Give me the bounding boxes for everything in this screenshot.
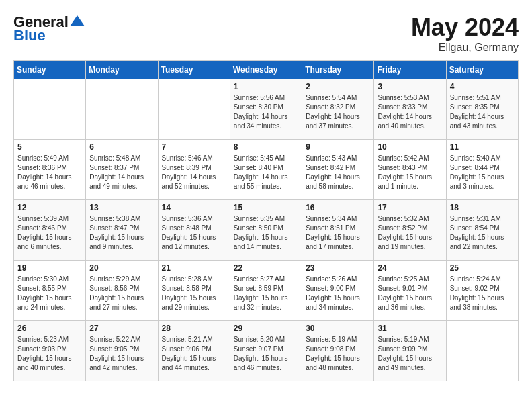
daylight-label: Daylight: 14 hours and 37 minutes. — [306, 113, 360, 130]
sunset-text: Sunset: 8:33 PM — [378, 103, 427, 111]
day-info: Sunrise: 5:23 AMSunset: 9:03 PMDaylight:… — [17, 335, 82, 373]
calendar-row: 12Sunrise: 5:39 AMSunset: 8:46 PMDayligh… — [14, 200, 519, 261]
calendar-cell: 19Sunrise: 5:30 AMSunset: 8:55 PMDayligh… — [14, 261, 86, 321]
day-info: Sunrise: 5:25 AMSunset: 9:01 PMDaylight:… — [378, 275, 442, 312]
day-info: Sunrise: 5:49 AMSunset: 8:36 PMDaylight:… — [17, 154, 82, 191]
day-number: 7 — [162, 142, 226, 152]
sunset-text: Sunset: 8:32 PM — [306, 103, 355, 111]
sunset-text: Sunset: 8:39 PM — [162, 164, 212, 171]
daylight-label: Daylight: 14 hours and 43 minutes. — [450, 113, 504, 130]
calendar-cell: 21Sunrise: 5:28 AMSunset: 8:58 PMDayligh… — [158, 261, 230, 321]
day-info: Sunrise: 5:40 AMSunset: 8:44 PMDaylight:… — [450, 154, 515, 191]
day-number: 30 — [306, 324, 370, 333]
sunset-text: Sunset: 8:51 PM — [306, 224, 355, 232]
day-number: 13 — [89, 203, 154, 212]
sunrise-text: Sunrise: 5:43 AM — [306, 154, 357, 162]
day-number: 3 — [378, 82, 442, 91]
day-info: Sunrise: 5:34 AMSunset: 8:51 PMDaylight:… — [306, 214, 370, 252]
sunset-text: Sunset: 8:43 PM — [378, 164, 427, 171]
day-info: Sunrise: 5:53 AMSunset: 8:33 PMDaylight:… — [378, 93, 442, 131]
day-info: Sunrise: 5:19 AMSunset: 9:09 PMDaylight:… — [378, 335, 442, 373]
calendar-cell: 23Sunrise: 5:26 AMSunset: 9:00 PMDayligh… — [302, 261, 374, 321]
day-info: Sunrise: 5:46 AMSunset: 8:39 PMDaylight:… — [162, 154, 226, 191]
daylight-label: Daylight: 14 hours and 40 minutes. — [378, 113, 432, 130]
calendar-cell — [446, 321, 518, 381]
sunset-text: Sunset: 9:09 PM — [378, 345, 427, 353]
sunset-text: Sunset: 8:48 PM — [162, 224, 212, 232]
calendar-cell: 24Sunrise: 5:25 AMSunset: 9:01 PMDayligh… — [374, 261, 446, 321]
calendar-cell: 7Sunrise: 5:46 AMSunset: 8:39 PMDaylight… — [158, 140, 230, 200]
daylight-label: Daylight: 14 hours and 34 minutes. — [234, 113, 288, 130]
calendar-cell: 14Sunrise: 5:36 AMSunset: 8:48 PMDayligh… — [158, 200, 230, 261]
calendar-cell: 8Sunrise: 5:45 AMSunset: 8:40 PMDaylight… — [230, 140, 302, 200]
sunrise-text: Sunrise: 5:22 AM — [89, 336, 140, 343]
day-number: 18 — [450, 203, 515, 212]
day-number: 8 — [234, 142, 298, 152]
sunset-text: Sunset: 8:54 PM — [450, 224, 500, 232]
sunrise-text: Sunrise: 5:28 AM — [162, 275, 213, 283]
day-info: Sunrise: 5:22 AMSunset: 9:05 PMDaylight:… — [89, 335, 154, 373]
day-number: 26 — [17, 324, 82, 333]
daylight-label: Daylight: 15 hours and 32 minutes. — [234, 294, 288, 311]
sunset-text: Sunset: 9:08 PM — [306, 345, 355, 353]
daylight-label: Daylight: 15 hours and 34 minutes. — [306, 294, 360, 311]
sunset-text: Sunset: 8:55 PM — [17, 285, 67, 292]
daylight-label: Daylight: 15 hours and 22 minutes. — [450, 234, 504, 250]
daylight-label: Daylight: 15 hours and 9 minutes. — [89, 234, 144, 250]
calendar-cell: 12Sunrise: 5:39 AMSunset: 8:46 PMDayligh… — [14, 200, 86, 261]
sunset-text: Sunset: 8:50 PM — [234, 224, 283, 232]
sunrise-text: Sunrise: 5:45 AM — [234, 154, 285, 162]
day-number: 21 — [162, 263, 226, 273]
day-info: Sunrise: 5:32 AMSunset: 8:52 PMDaylight:… — [378, 214, 442, 252]
sunrise-text: Sunrise: 5:39 AM — [17, 215, 69, 222]
day-number: 20 — [89, 263, 154, 273]
daylight-label: Daylight: 15 hours and 44 minutes. — [162, 355, 216, 371]
day-info: Sunrise: 5:51 AMSunset: 8:35 PMDaylight:… — [450, 93, 515, 131]
day-info: Sunrise: 5:54 AMSunset: 8:32 PMDaylight:… — [306, 93, 370, 131]
day-info: Sunrise: 5:36 AMSunset: 8:48 PMDaylight:… — [162, 214, 226, 252]
sunset-text: Sunset: 9:01 PM — [378, 285, 427, 292]
sunrise-text: Sunrise: 5:56 AM — [234, 94, 285, 101]
daylight-label: Daylight: 14 hours and 55 minutes. — [234, 173, 288, 190]
day-number: 6 — [89, 142, 154, 152]
day-number: 19 — [17, 263, 82, 273]
sunrise-text: Sunrise: 5:51 AM — [450, 94, 501, 101]
header-day: Monday — [86, 61, 158, 79]
day-info: Sunrise: 5:24 AMSunset: 9:02 PMDaylight:… — [450, 275, 515, 312]
day-number: 5 — [17, 142, 82, 152]
sunrise-text: Sunrise: 5:21 AM — [162, 336, 213, 343]
sunset-text: Sunset: 9:00 PM — [306, 285, 355, 292]
location: Ellgau, Germany — [411, 42, 519, 54]
header-day: Tuesday — [158, 61, 230, 79]
daylight-label: Daylight: 15 hours and 40 minutes. — [17, 355, 72, 371]
daylight-label: Daylight: 15 hours and 14 minutes. — [234, 234, 288, 250]
daylight-label: Daylight: 15 hours and 6 minutes. — [17, 234, 72, 250]
sunset-text: Sunset: 8:35 PM — [450, 103, 500, 111]
day-number: 24 — [378, 263, 442, 273]
header-day: Sunday — [14, 61, 86, 79]
sunset-text: Sunset: 8:58 PM — [162, 285, 212, 292]
day-number: 25 — [450, 263, 515, 273]
page-header: General Blue May 2024 Ellgau, Germany — [13, 13, 519, 54]
logo-icon — [70, 15, 85, 26]
calendar-cell: 15Sunrise: 5:35 AMSunset: 8:50 PMDayligh… — [230, 200, 302, 261]
calendar-cell: 26Sunrise: 5:23 AMSunset: 9:03 PMDayligh… — [14, 321, 86, 381]
logo: General Blue — [13, 13, 85, 44]
calendar-row: 19Sunrise: 5:30 AMSunset: 8:55 PMDayligh… — [14, 261, 519, 321]
day-info: Sunrise: 5:20 AMSunset: 9:07 PMDaylight:… — [234, 335, 298, 373]
sunrise-text: Sunrise: 5:24 AM — [450, 275, 501, 283]
calendar-cell: 1Sunrise: 5:56 AMSunset: 8:30 PMDaylight… — [230, 79, 302, 140]
title-block: May 2024 Ellgau, Germany — [411, 13, 519, 54]
calendar-cell: 3Sunrise: 5:53 AMSunset: 8:33 PMDaylight… — [374, 79, 446, 140]
day-info: Sunrise: 5:21 AMSunset: 9:06 PMDaylight:… — [162, 335, 226, 373]
day-number: 28 — [162, 324, 226, 333]
day-number: 22 — [234, 263, 298, 273]
day-info: Sunrise: 5:35 AMSunset: 8:50 PMDaylight:… — [234, 214, 298, 252]
sunset-text: Sunset: 9:02 PM — [450, 285, 500, 292]
day-info: Sunrise: 5:29 AMSunset: 8:56 PMDaylight:… — [89, 275, 154, 312]
day-info: Sunrise: 5:27 AMSunset: 8:59 PMDaylight:… — [234, 275, 298, 312]
sunset-text: Sunset: 8:42 PM — [306, 164, 355, 171]
day-number: 1 — [234, 82, 298, 91]
daylight-label: Daylight: 15 hours and 24 minutes. — [17, 294, 72, 311]
day-info: Sunrise: 5:30 AMSunset: 8:55 PMDaylight:… — [17, 275, 82, 312]
